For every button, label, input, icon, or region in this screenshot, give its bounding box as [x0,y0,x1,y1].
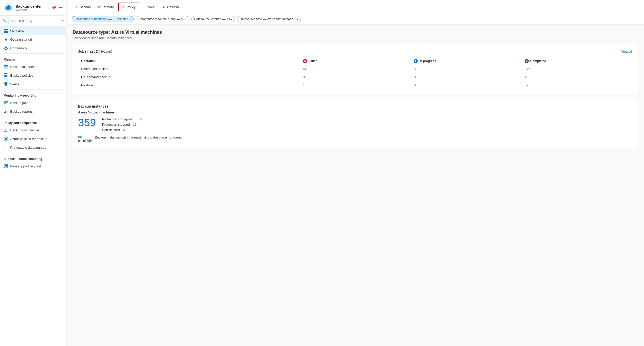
svg-rect-25 [4,101,8,102]
sidebar-item-vaults[interactable]: Vaults [0,80,66,88]
restore-icon: ↺ [98,5,101,9]
policy-button[interactable]: ＋ Policy [118,3,139,11]
svg-point-10 [4,48,5,49]
monitoring-divider [4,89,63,90]
failed-value-2[interactable]: 1 [303,83,305,87]
completed-value-2[interactable]: 57 [525,83,528,87]
sidebar-search-container: 🔍 « [0,16,66,26]
svg-rect-26 [4,102,8,103]
failed-icon: ✕ [303,59,307,63]
sidebar-item-label-getting-started: Getting started [10,38,32,41]
sidebar-item-backup-reports[interactable]: Backup reports [0,107,66,116]
filter-type[interactable]: Datasource type == Azure Virtual mach...… [237,16,301,22]
instances-row-2: Soft deleted 5 [102,128,142,132]
policy-button-label: Policy [127,5,136,9]
refresh-button-label: Refresh [167,5,179,9]
filter-resource-group[interactable]: Datasource resource group == All ▾ [136,16,189,22]
sidebar-item-label-backup-policies: Backup policies [10,74,33,77]
filter-type-label: Datasource type == Azure Virtual mach... [240,17,296,21]
filter-subscription-label: Datasource subscription == 66 selected [74,17,128,21]
svg-rect-19 [4,75,5,76]
table-row: On-demand backup 0 0 12 [78,73,632,81]
backup-vm-subtitle: Azure Virtual machines [78,110,632,114]
sidebar-item-backup-policies[interactable]: Backup policies [0,71,66,80]
backup-instances-card: Backup instances Azure Virtual machines … [73,99,638,148]
svg-rect-17 [5,73,6,74]
instances-label-1: Protection stopped [102,123,130,126]
instances-detail: Protection configured 338 Protection sto… [102,117,142,132]
view-all-link[interactable]: View all [621,50,632,53]
sidebar-item-label-backup-instances: Backup instances [10,65,36,69]
refresh-icon: ↻ [162,5,166,9]
sidebar-item-azure-policies[interactable]: Azure policies for backup [0,134,66,143]
inprogress-icon: ↻ [414,59,418,63]
bottom-number[interactable]: 86 [78,135,92,139]
filter-location[interactable]: Datasource location == All ▾ [191,16,235,22]
page-title: Datasource type: Azure Virtual machines [73,30,638,35]
content-area: Datasource type: Azure Virtual machines … [67,25,644,346]
instances-layout: 359 Protection configured 338 Protection… [78,117,632,132]
svg-rect-16 [4,73,5,74]
instances-value-2[interactable]: 5 [123,128,125,132]
cell-operation-2: Restore [78,81,300,89]
page-subtitle: Overview of Jobs and Backup instances [73,36,638,40]
svg-rect-31 [4,128,7,132]
col-header-inprogress: ↻ In progress [411,57,521,65]
policy-divider [4,117,63,117]
more-icon[interactable]: ••• [58,5,63,10]
svg-rect-6 [6,29,8,30]
sidebar-item-label-protectable-datasources: Protectable datasources [10,146,46,149]
collapse-button[interactable]: « [62,19,64,23]
svg-point-33 [5,138,7,140]
getting-started-icon [4,37,8,42]
instances-value-0[interactable]: 338 [137,117,142,121]
support-divider [4,153,63,153]
sidebar-header: Backup center Microsoft 📌 ••• [0,0,66,16]
toolbar: ＋ Backup ↺ Restore ＋ Policy ＋ Vault ↻ Re… [67,0,644,14]
failed-value-0[interactable]: 64 [303,67,307,71]
bottom-desc: Backup instances with the underlying dat… [95,135,182,139]
svg-rect-27 [4,103,6,104]
sidebar-item-new-support-request[interactable]: New support request [0,162,66,170]
sidebar-item-label-backup-reports: Backup reports [10,110,32,113]
backup-compliance-icon [4,128,8,132]
inprogress-value-1: 0 [414,75,416,79]
instances-value-1[interactable]: 16 [133,123,136,126]
pin-icon[interactable]: 📌 [51,5,56,10]
cell-completed-2: 57 [522,81,632,89]
manage-section-label: Manage [0,55,66,62]
cell-inprogress-2: 0 [411,81,521,89]
restore-button[interactable]: ↺ Restore [95,3,117,11]
sidebar-item-label-azure-policies: Azure policies for backup [10,137,47,141]
vault-button[interactable]: ＋ Vault [140,3,159,11]
sidebar-item-getting-started[interactable]: Getting started [0,35,66,44]
sidebar-item-backup-compliance[interactable]: Backup compliance [0,126,66,134]
svg-point-11 [7,48,8,49]
filter-subscription[interactable]: Datasource subscription == 66 selected ▾ [72,16,134,22]
sidebar-header-actions: 📌 ••• [51,5,63,10]
sidebar-item-community[interactable]: Community [0,44,66,52]
svg-rect-20 [5,75,6,76]
sidebar-item-backup-instances[interactable]: Backup instances [0,62,66,71]
search-input[interactable] [8,18,60,24]
svg-rect-24 [6,76,7,77]
completed-value-0[interactable]: 246 [525,67,530,71]
backup-center-logo [4,3,13,12]
cell-operation-0: Scheduled backup [78,65,300,73]
svg-rect-15 [4,68,8,68]
sidebar-item-overview[interactable]: Overview [0,26,66,35]
sidebar-item-label-community: Community [10,46,27,50]
jobs-table: Operation ✕ Failed ↻ In progress [78,57,632,89]
jobs-card-title: Jobs (last 24 Hours) [78,49,112,53]
backup-button[interactable]: ＋ Backup [72,3,94,11]
completed-value-1[interactable]: 12 [525,75,528,79]
inprogress-value-0[interactable]: 8 [414,67,416,71]
backup-instances-card-title: Backup instances [78,104,632,108]
sidebar-item-protectable-datasources[interactable]: Protectable datasources [0,143,66,152]
refresh-button[interactable]: ↻ Refresh [159,3,182,11]
sidebar-item-backup-jobs[interactable]: Backup jobs [0,98,66,107]
backup-instances-icon [4,64,8,69]
community-icon [4,46,8,50]
svg-rect-18 [6,73,7,74]
jobs-card: Jobs (last 24 Hours) View all Operation … [73,44,638,95]
